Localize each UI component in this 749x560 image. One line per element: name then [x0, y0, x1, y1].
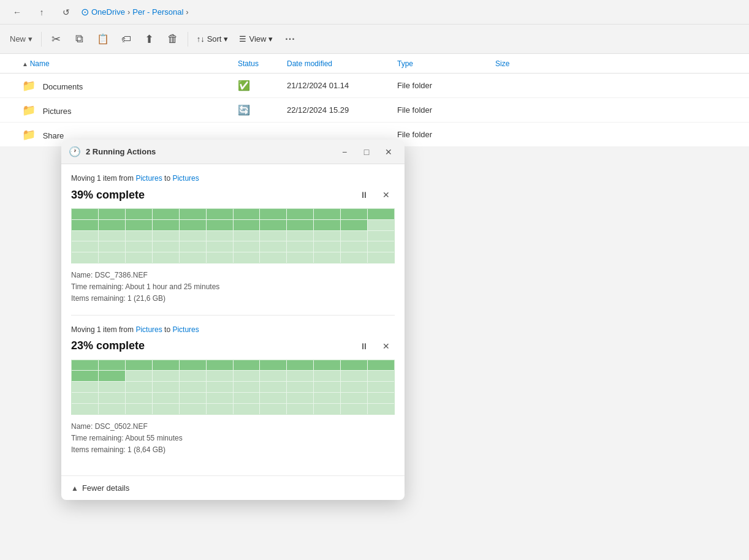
up-button[interactable]: ↑: [32, 2, 51, 22]
date-cell: 21/12/2024 01.14: [287, 81, 397, 90]
sort-icon: ↑↓: [197, 34, 205, 44]
grid-cell: [99, 360, 125, 371]
grid-cell: [341, 252, 367, 263]
share-button[interactable]: ⬆: [139, 28, 161, 50]
grid-cell: [341, 231, 367, 241]
grid-cell: [207, 360, 233, 371]
grid-cell: [234, 231, 260, 241]
grid-cell: [234, 404, 260, 414]
action-2-cancel-button[interactable]: ✕: [378, 338, 395, 355]
grid-cell: [341, 241, 367, 252]
type-cell: File folder: [397, 81, 495, 90]
grid-cell: [287, 404, 313, 414]
grid-cell: [207, 220, 233, 230]
action-1-header: 39% complete ⏸ ✕: [71, 186, 395, 203]
maximize-button[interactable]: □: [358, 143, 375, 161]
grid-cell: [287, 393, 313, 403]
grid-cell: [72, 382, 98, 392]
grid-cell: [207, 241, 233, 252]
action-2-items: Items remaining: 1 (8,64 GB): [71, 444, 395, 456]
action-1-percent: 39% complete: [71, 189, 145, 202]
more-button[interactable]: ···: [279, 28, 301, 50]
col-type-header[interactable]: Type: [397, 59, 495, 68]
grid-cell: [126, 220, 152, 230]
file-list-header: ▲ Name Status Date modified Type Size: [0, 54, 749, 74]
view-chevron: ▾: [268, 34, 273, 44]
col-date-header[interactable]: Date modified: [287, 59, 397, 68]
grid-cell: [126, 360, 152, 371]
view-icon: ☰: [239, 34, 246, 44]
grid-cell: [234, 393, 260, 403]
grid-cell: [207, 231, 233, 241]
grid-cell: [99, 371, 125, 381]
grid-cell: [314, 241, 340, 252]
col-size-header[interactable]: Size: [495, 59, 557, 68]
grid-cell: [368, 360, 394, 371]
grid-cell: [368, 209, 394, 219]
refresh-button[interactable]: ↺: [56, 2, 76, 22]
new-button[interactable]: New ▾: [5, 28, 37, 50]
table-row[interactable]: 📁 Documents ✅ 21/12/2024 01.14 File fold…: [0, 74, 749, 98]
grid-cell: [260, 231, 286, 241]
grid-cell: [153, 371, 179, 381]
grid-cell: [72, 360, 98, 371]
action-2-percent: 23% complete: [71, 339, 145, 352]
nav-bar: ← ↑ ↺ ⊙ OneDrive › Per - Personal ›: [0, 0, 749, 25]
grid-cell: [368, 371, 394, 381]
chevron-up-icon: ▲: [71, 484, 78, 493]
rename-button[interactable]: 🏷: [115, 28, 137, 50]
sort-button[interactable]: ↑↓ Sort ▾: [192, 28, 234, 50]
grid-cell: [72, 220, 98, 230]
grid-cell: [180, 393, 206, 403]
grid-cell: [180, 371, 206, 381]
fewer-details-button[interactable]: ▲ Fewer details: [61, 475, 405, 500]
paste-button[interactable]: 📋: [92, 28, 114, 50]
delete-button[interactable]: 🗑: [162, 28, 184, 50]
grid-cell: [126, 241, 152, 252]
col-name-header[interactable]: ▲ Name: [5, 59, 238, 68]
grid-cell: [341, 404, 367, 414]
grid-cell: [341, 393, 367, 403]
copy-button[interactable]: ⧉: [69, 28, 91, 50]
col-status-header[interactable]: Status: [238, 59, 287, 68]
grid-cell: [99, 241, 125, 252]
grid-cell: [207, 209, 233, 219]
action-2-to-link[interactable]: Pictures: [172, 325, 199, 334]
grid-cell: [153, 209, 179, 219]
dialog-content: Moving 1 item from Pictures to Pictures …: [61, 164, 405, 475]
type-cell: File folder: [397, 105, 495, 115]
grid-cell: [260, 241, 286, 252]
grid-cell: [260, 209, 286, 219]
close-button[interactable]: ✕: [380, 143, 397, 161]
action-2-pause-button[interactable]: ⏸: [355, 338, 373, 355]
action-1-pause-button[interactable]: ⏸: [355, 186, 373, 203]
back-button[interactable]: ←: [7, 2, 27, 22]
view-button[interactable]: ☰ View ▾: [234, 28, 278, 50]
grid-cell: [368, 382, 394, 392]
grid-cell: [180, 252, 206, 263]
action-2-time: Time remaining: About 55 minutes: [71, 433, 395, 444]
grid-cell: [99, 209, 125, 219]
minimize-button[interactable]: −: [336, 143, 353, 161]
grid-cell: [234, 220, 260, 230]
table-row[interactable]: 📁 Pictures 🔄 22/12/2024 15.29 File folde…: [0, 98, 749, 123]
grid-cell: [314, 252, 340, 263]
action-1-to-link[interactable]: Pictures: [172, 174, 199, 183]
grid-cell: [368, 404, 394, 414]
breadcrumb-personal[interactable]: Per - Personal: [132, 7, 183, 17]
action-1-cancel-button[interactable]: ✕: [378, 186, 395, 203]
action-1-from-link[interactable]: Pictures: [135, 174, 162, 183]
cut-button[interactable]: ✂: [45, 28, 67, 50]
breadcrumb-onedrive[interactable]: OneDrive: [91, 7, 125, 17]
grid-cell: [287, 241, 313, 252]
grid-cell: [180, 382, 206, 392]
grid-cell: [207, 252, 233, 263]
grid-cell: [234, 382, 260, 392]
grid-cell: [260, 252, 286, 263]
grid-cell: [287, 231, 313, 241]
grid-cell: [153, 404, 179, 414]
grid-cell: [180, 231, 206, 241]
synced-icon: ✅: [238, 80, 250, 91]
action-2-header: 23% complete ⏸ ✕: [71, 338, 395, 355]
action-2-from-link[interactable]: Pictures: [135, 325, 162, 334]
